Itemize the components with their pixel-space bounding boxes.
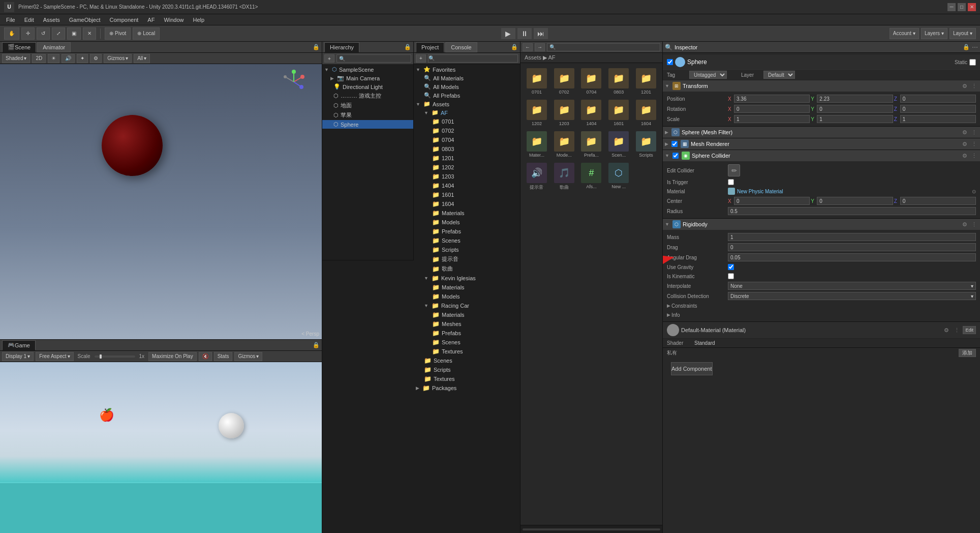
pause-button[interactable]: ⏸ (517, 28, 532, 39)
scale-x-input[interactable] (734, 115, 810, 123)
hand-tool[interactable]: ✋ (4, 27, 19, 40)
proj-scenes-top[interactable]: 📁 Scenes (414, 356, 520, 365)
proj-all-models[interactable]: 🔍 All Models (414, 82, 520, 91)
asset-1604[interactable]: 📁 1604 (634, 99, 658, 127)
close-button[interactable]: ✕ (968, 3, 976, 11)
hier-item-gamemaster[interactable]: ⬡ ……… 游戏主控 (322, 91, 413, 101)
asset-prefabs[interactable]: 📁 Prefa... (579, 130, 604, 159)
proj-assets[interactable]: ▼ 📁 Assets (414, 100, 520, 108)
proj-scripts-top[interactable]: 📁 Scripts (414, 365, 520, 374)
static-checkbox[interactable] (969, 59, 976, 66)
layout-dropdown[interactable]: Layout ▾ (950, 28, 976, 39)
proj-textures-top[interactable]: 📁 Textures (414, 374, 520, 383)
scene-lock-icon[interactable]: 🔒 (313, 44, 320, 50)
hier-item-samplescene[interactable]: ▼ ⬡ SampleScene (322, 65, 413, 74)
asset-0702[interactable]: 📁 0702 (552, 67, 576, 96)
proj-all-prefabs[interactable]: 🔍 All Prefabs (414, 91, 520, 100)
proj-rc-materials[interactable]: 📁 Materials (414, 310, 520, 319)
proj-kevin-models[interactable]: 📁 Models (414, 292, 520, 301)
proj-1601[interactable]: 📁 1601 (414, 190, 520, 199)
mr-overflow-icon[interactable]: ⋮ (970, 140, 978, 148)
hier-item-maincamera[interactable]: ▶ 📷 Main Camera (322, 74, 413, 82)
proj-rc-meshes[interactable]: 📁 Meshes (414, 319, 520, 329)
mat-edit-button[interactable]: Edit (963, 326, 976, 334)
sc-settings-icon[interactable]: ⚙ (961, 152, 969, 160)
asset-1202[interactable]: 📁 1202 (525, 99, 549, 127)
proj-rc-prefabs[interactable]: 📁 Prefabs (414, 329, 520, 338)
use-gravity-checkbox[interactable] (728, 264, 734, 270)
project-search-input[interactable] (428, 54, 518, 63)
hier-item-apple[interactable]: ⬡ 苹果 (322, 110, 413, 120)
transform-header[interactable]: ▼ ⊞ Transform ⚙ ⋮ (663, 80, 980, 92)
minimize-button[interactable]: ─ (947, 3, 956, 11)
transform-settings-icon[interactable]: ⚙ (961, 82, 969, 90)
is-trigger-checkbox[interactable] (728, 179, 734, 185)
mesh-renderer-header[interactable]: ▶ ▦ Mesh Renderer ⚙ ⋮ (663, 138, 980, 150)
assets-nav-forward[interactable]: → (535, 43, 545, 51)
position-y-input[interactable] (817, 95, 893, 103)
assets-nav-back[interactable]: ← (523, 43, 533, 51)
asset-1601[interactable]: 📁 1601 (606, 99, 631, 127)
hierarchy-search-input[interactable] (336, 54, 411, 63)
proj-0702[interactable]: 📁 0702 (414, 126, 520, 135)
is-kinematic-checkbox[interactable] (728, 273, 734, 279)
position-x-input[interactable] (734, 95, 810, 103)
display-dropdown[interactable]: Display 1▾ (2, 352, 34, 361)
asset-tishiyin[interactable]: 🔊 提示音 (525, 162, 549, 192)
asset-gequ[interactable]: 🎵 歌曲 (552, 162, 576, 192)
menu-assets[interactable]: Assets (39, 16, 64, 24)
project-add-button[interactable]: + (416, 54, 426, 63)
proj-1202[interactable]: 📁 1202 (414, 163, 520, 172)
proj-1201[interactable]: 📁 1201 (414, 154, 520, 163)
sc-mat-circle-icon[interactable]: ⊙ (972, 189, 976, 194)
asset-new-physic[interactable]: ⬡ New ... (606, 162, 631, 192)
menu-af[interactable]: AF (143, 16, 159, 24)
proj-kevin[interactable]: ▼ 📁 Kevin Iglesias (414, 274, 520, 283)
move-tool[interactable]: ✛ (21, 27, 35, 40)
proj-rc-scenes[interactable]: 📁 Scenes (414, 338, 520, 347)
account-dropdown[interactable]: Account ▾ (890, 28, 919, 39)
proj-0701[interactable]: 📁 0701 (414, 117, 520, 126)
all-button[interactable]: All▾ (134, 54, 150, 63)
proj-packages[interactable]: ▶ 📁 Packages (414, 383, 520, 393)
rb-constraints-row[interactable]: ▶ Constraints (663, 301, 980, 310)
proj-prefabs-af[interactable]: 📁 Prefabs (414, 227, 520, 236)
2d-button[interactable]: 2D (32, 54, 46, 63)
asset-1404[interactable]: 📁 1404 (579, 99, 604, 127)
mf-overflow-icon[interactable]: ⋮ (970, 128, 978, 136)
inspector-lock-icon[interactable]: 🔒 (963, 44, 970, 50)
rotate-tool[interactable]: ↺ (37, 27, 50, 40)
rigidbody-header[interactable]: ▼ ⬡ Rigidbody ⚙ ⋮ (663, 219, 980, 230)
local-button[interactable]: ⊕ Local (133, 27, 160, 40)
mat-settings-icon[interactable]: ⚙ (942, 326, 951, 334)
rect-tool[interactable]: ▣ (67, 27, 81, 40)
mr-enabled-checkbox[interactable] (671, 141, 678, 147)
hierarchy-add-button[interactable]: + (324, 54, 334, 63)
edit-collider-button[interactable]: ✏ (728, 164, 740, 176)
proj-materials-af[interactable]: 📁 Materials (414, 209, 520, 218)
scale-z-input[interactable] (900, 115, 976, 123)
rotation-x-input[interactable] (734, 105, 810, 113)
proj-favorites[interactable]: ▼ ⭐ Favorites (414, 65, 520, 74)
asset-1201[interactable]: 📁 1201 (634, 67, 658, 96)
scale-slider[interactable] (95, 356, 135, 358)
tab-project[interactable]: Project (416, 42, 444, 52)
menu-file[interactable]: File (2, 16, 19, 24)
gizmos-button[interactable]: Gizmos▾ (104, 54, 132, 63)
assets-scrollbar[interactable] (520, 525, 662, 533)
game-gizmos-button[interactable]: Gizmos▾ (234, 352, 262, 361)
menu-help[interactable]: Help (189, 16, 209, 24)
layers-dropdown[interactable]: Layers ▾ (921, 28, 947, 39)
collision-detection-dropdown[interactable]: Discrete ▾ (728, 292, 976, 300)
position-z-input[interactable] (900, 95, 976, 103)
shading-dropdown[interactable]: Shaded▾ (2, 54, 30, 63)
step-button[interactable]: ⏭ (534, 28, 548, 39)
transform-tool[interactable]: ✕ (83, 27, 96, 40)
game-viewport[interactable]: 🍎 (0, 362, 322, 533)
interpolate-dropdown[interactable]: None ▾ (728, 282, 976, 290)
mf-settings-icon[interactable]: ⚙ (961, 128, 969, 136)
add-private-button[interactable]: 添加 (959, 349, 976, 357)
center-y-input[interactable] (817, 197, 893, 205)
object-enabled-checkbox[interactable] (667, 59, 673, 65)
tab-animator[interactable]: Animator (37, 42, 71, 52)
